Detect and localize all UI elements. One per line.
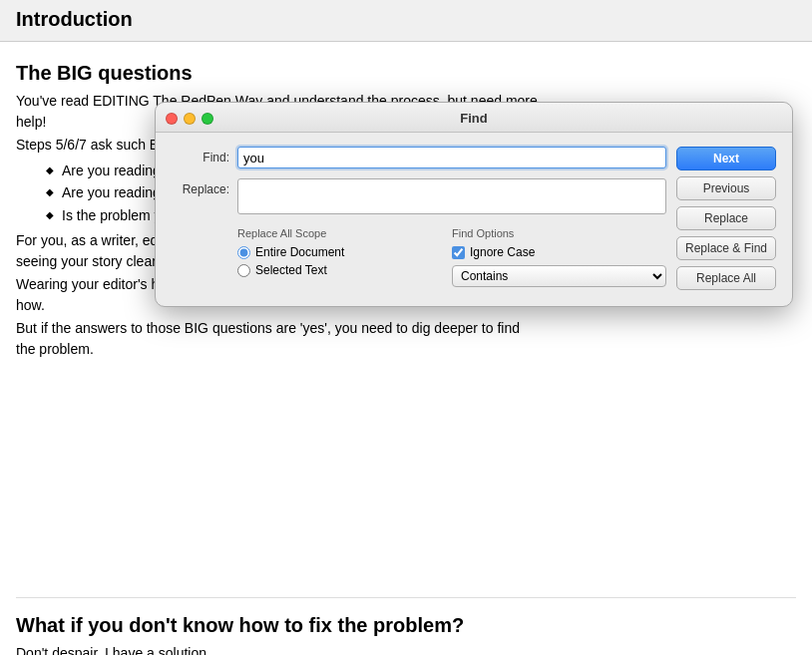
section2-heading: What if you don't know how to fix the pr… xyxy=(16,614,796,637)
dialog-title: Find xyxy=(460,111,487,126)
find-options: Find Options Ignore Case Contains Starts… xyxy=(452,227,666,287)
scope-options: Replace All Scope Entire Document Select… xyxy=(172,227,452,287)
find-options-title: Find Options xyxy=(452,227,666,239)
selected-text-radio[interactable] xyxy=(237,264,250,277)
ignore-case-label: Ignore Case xyxy=(470,245,535,259)
replace-input-wrapper xyxy=(237,178,666,217)
dialog-body: Find: Replace: Replace All Scope xyxy=(156,133,792,306)
find-input[interactable] xyxy=(237,147,666,168)
traffic-lights xyxy=(166,113,213,125)
replace-button[interactable]: Replace xyxy=(676,206,776,230)
ignore-case-checkbox[interactable] xyxy=(452,246,465,259)
section2-line1: Don't despair. I have a solution. xyxy=(16,643,796,655)
scope-title: Replace All Scope xyxy=(237,227,452,239)
dialog-right: Next Previous Replace Replace & Find Rep… xyxy=(676,147,776,290)
contains-row: Contains Starts With Ends With Whole Wor… xyxy=(452,265,666,287)
page-title: Introduction xyxy=(16,8,796,31)
find-dialog: Find Find: Replace: xyxy=(155,102,793,307)
find-row: Find: xyxy=(172,147,666,168)
options-row: Replace All Scope Entire Document Select… xyxy=(172,227,666,287)
replace-label: Replace: xyxy=(172,178,229,196)
contains-select[interactable]: Contains Starts With Ends With Whole Wor… xyxy=(452,265,666,287)
ignore-case-option[interactable]: Ignore Case xyxy=(452,245,666,259)
maximize-button[interactable] xyxy=(202,113,213,125)
selected-text-label: Selected Text xyxy=(255,263,327,277)
find-input-wrapper xyxy=(237,147,666,168)
replace-row: Replace: xyxy=(172,178,666,217)
content-area: The BIG questions You've read EDITING Th… xyxy=(0,42,812,655)
dialog-titlebar: Find xyxy=(156,103,792,133)
selected-text-option[interactable]: Selected Text xyxy=(237,263,452,277)
entire-document-option[interactable]: Entire Document xyxy=(237,245,452,259)
find-label: Find: xyxy=(172,147,229,164)
page-title-bar: Introduction xyxy=(0,0,812,42)
replace-all-button[interactable]: Replace All xyxy=(676,266,776,290)
entire-document-label: Entire Document xyxy=(255,245,344,259)
replace-input[interactable] xyxy=(237,178,666,214)
dialog-left: Find: Replace: Replace All Scope xyxy=(172,147,666,290)
close-button[interactable] xyxy=(166,113,178,125)
section2: What if you don't know how to fix the pr… xyxy=(16,614,796,655)
next-button[interactable]: Next xyxy=(676,147,776,170)
entire-document-radio[interactable] xyxy=(237,246,250,259)
previous-button[interactable]: Previous xyxy=(676,176,776,200)
section-divider xyxy=(16,597,796,598)
section1-heading: The BIG questions xyxy=(16,62,796,85)
section1-para3: But if the answers to those BIG question… xyxy=(16,318,796,360)
minimize-button[interactable] xyxy=(184,113,196,125)
replace-find-button[interactable]: Replace & Find xyxy=(676,236,776,260)
